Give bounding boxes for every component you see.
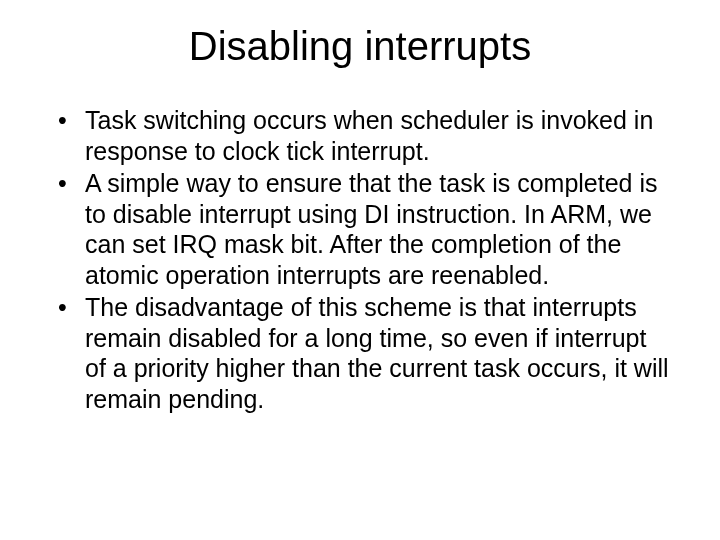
bullet-list: Task switching occurs when scheduler is … <box>50 105 670 414</box>
slide-title: Disabling interrupts <box>50 24 670 69</box>
bullet-item: The disadvantage of this scheme is that … <box>50 292 670 414</box>
bullet-item: Task switching occurs when scheduler is … <box>50 105 670 166</box>
slide: Disabling interrupts Task switching occu… <box>0 0 720 540</box>
bullet-item: A simple way to ensure that the task is … <box>50 168 670 290</box>
